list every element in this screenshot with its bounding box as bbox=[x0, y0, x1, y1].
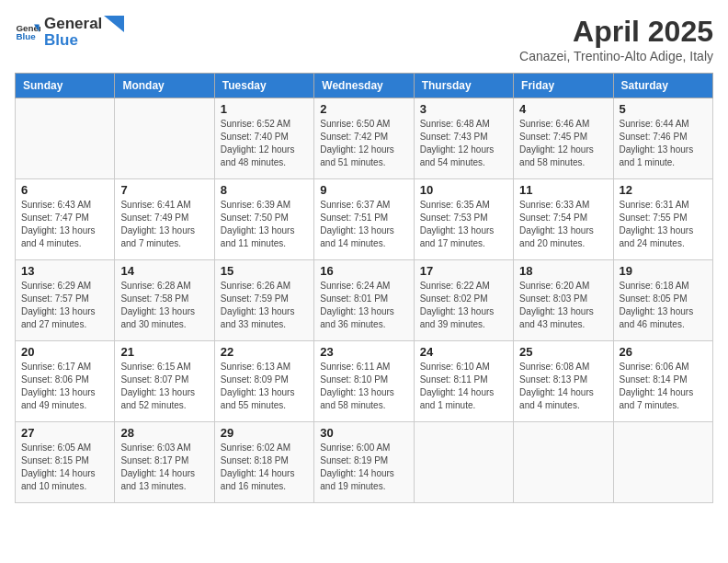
calendar-cell: 9Sunrise: 6:37 AM Sunset: 7:51 PM Daylig… bbox=[314, 179, 414, 260]
logo-triangle-icon bbox=[104, 16, 124, 32]
day-info: Sunrise: 6:29 AM Sunset: 7:57 PM Dayligh… bbox=[21, 280, 108, 331]
calendar-cell: 13Sunrise: 6:29 AM Sunset: 7:57 PM Dayli… bbox=[16, 260, 115, 341]
calendar-table: SundayMondayTuesdayWednesdayThursdayFrid… bbox=[15, 73, 713, 503]
day-number: 7 bbox=[120, 183, 208, 197]
day-info: Sunrise: 6:00 AM Sunset: 8:19 PM Dayligh… bbox=[320, 442, 407, 493]
day-info: Sunrise: 6:33 AM Sunset: 7:54 PM Dayligh… bbox=[519, 199, 607, 250]
calendar-cell bbox=[613, 422, 712, 503]
day-number: 23 bbox=[320, 345, 407, 359]
calendar-cell: 5Sunrise: 6:44 AM Sunset: 7:46 PM Daylig… bbox=[613, 98, 712, 179]
calendar-week-row: 20Sunrise: 6:17 AM Sunset: 8:06 PM Dayli… bbox=[16, 341, 713, 422]
day-number: 20 bbox=[21, 345, 108, 359]
day-number: 14 bbox=[120, 264, 208, 278]
day-info: Sunrise: 6:11 AM Sunset: 8:10 PM Dayligh… bbox=[320, 361, 407, 412]
calendar-cell: 11Sunrise: 6:33 AM Sunset: 7:54 PM Dayli… bbox=[514, 179, 613, 260]
calendar-week-row: 27Sunrise: 6:05 AM Sunset: 8:15 PM Dayli… bbox=[16, 422, 713, 503]
calendar-cell: 2Sunrise: 6:50 AM Sunset: 7:42 PM Daylig… bbox=[314, 98, 414, 179]
day-info: Sunrise: 6:06 AM Sunset: 8:14 PM Dayligh… bbox=[620, 361, 707, 412]
calendar-day-header: Tuesday bbox=[214, 74, 313, 98]
day-info: Sunrise: 6:22 AM Sunset: 8:02 PM Dayligh… bbox=[420, 280, 507, 331]
day-info: Sunrise: 6:39 AM Sunset: 7:50 PM Dayligh… bbox=[221, 199, 308, 250]
day-info: Sunrise: 6:43 AM Sunset: 7:47 PM Dayligh… bbox=[21, 199, 108, 250]
day-info: Sunrise: 6:13 AM Sunset: 8:09 PM Dayligh… bbox=[221, 361, 308, 412]
calendar-cell: 4Sunrise: 6:46 AM Sunset: 7:45 PM Daylig… bbox=[514, 98, 613, 179]
logo-blue: Blue bbox=[44, 31, 124, 50]
calendar-cell bbox=[414, 422, 513, 503]
calendar-day-header: Friday bbox=[514, 74, 613, 98]
day-number: 28 bbox=[120, 426, 208, 440]
day-info: Sunrise: 6:24 AM Sunset: 8:01 PM Dayligh… bbox=[320, 280, 407, 331]
calendar-day-header: Saturday bbox=[613, 74, 712, 98]
calendar-cell bbox=[115, 98, 214, 179]
day-info: Sunrise: 6:35 AM Sunset: 7:53 PM Dayligh… bbox=[420, 199, 507, 250]
calendar-cell: 6Sunrise: 6:43 AM Sunset: 7:47 PM Daylig… bbox=[16, 179, 115, 260]
calendar-cell: 26Sunrise: 6:06 AM Sunset: 8:14 PM Dayli… bbox=[613, 341, 712, 422]
day-number: 5 bbox=[620, 102, 707, 116]
location-title: Canazei, Trentino-Alto Adige, Italy bbox=[519, 49, 713, 63]
day-number: 24 bbox=[420, 345, 507, 359]
logo-icon: General Blue bbox=[15, 19, 40, 45]
day-number: 2 bbox=[320, 102, 407, 116]
day-number: 30 bbox=[320, 426, 407, 440]
day-number: 16 bbox=[320, 264, 407, 278]
calendar-header-row: SundayMondayTuesdayWednesdayThursdayFrid… bbox=[16, 74, 713, 98]
day-number: 8 bbox=[221, 183, 308, 197]
calendar-cell: 1Sunrise: 6:52 AM Sunset: 7:40 PM Daylig… bbox=[214, 98, 313, 179]
calendar-cell: 25Sunrise: 6:08 AM Sunset: 8:13 PM Dayli… bbox=[514, 341, 613, 422]
day-info: Sunrise: 6:28 AM Sunset: 7:58 PM Dayligh… bbox=[120, 280, 208, 331]
day-number: 22 bbox=[221, 345, 308, 359]
day-number: 29 bbox=[221, 426, 308, 440]
page-header: General Blue General Blue April 2025 Can… bbox=[15, 15, 713, 63]
day-info: Sunrise: 6:26 AM Sunset: 7:59 PM Dayligh… bbox=[221, 280, 308, 331]
month-title: April 2025 bbox=[519, 15, 713, 49]
day-number: 27 bbox=[21, 426, 108, 440]
calendar-cell: 21Sunrise: 6:15 AM Sunset: 8:07 PM Dayli… bbox=[115, 341, 214, 422]
day-number: 3 bbox=[420, 102, 507, 116]
day-info: Sunrise: 6:18 AM Sunset: 8:05 PM Dayligh… bbox=[620, 280, 707, 331]
day-info: Sunrise: 6:31 AM Sunset: 7:55 PM Dayligh… bbox=[620, 199, 707, 250]
day-number: 21 bbox=[120, 345, 208, 359]
day-number: 4 bbox=[519, 102, 607, 116]
calendar-cell: 8Sunrise: 6:39 AM Sunset: 7:50 PM Daylig… bbox=[214, 179, 313, 260]
day-info: Sunrise: 6:08 AM Sunset: 8:13 PM Dayligh… bbox=[519, 361, 607, 412]
day-number: 26 bbox=[620, 345, 707, 359]
calendar-cell: 16Sunrise: 6:24 AM Sunset: 8:01 PM Dayli… bbox=[314, 260, 414, 341]
day-info: Sunrise: 6:46 AM Sunset: 7:45 PM Dayligh… bbox=[519, 118, 607, 169]
calendar-cell: 15Sunrise: 6:26 AM Sunset: 7:59 PM Dayli… bbox=[214, 260, 313, 341]
day-info: Sunrise: 6:20 AM Sunset: 8:03 PM Dayligh… bbox=[519, 280, 607, 331]
day-info: Sunrise: 6:44 AM Sunset: 7:46 PM Dayligh… bbox=[620, 118, 707, 169]
calendar-cell: 29Sunrise: 6:02 AM Sunset: 8:18 PM Dayli… bbox=[214, 422, 313, 503]
calendar-week-row: 1Sunrise: 6:52 AM Sunset: 7:40 PM Daylig… bbox=[16, 98, 713, 179]
day-number: 18 bbox=[519, 264, 607, 278]
calendar-cell: 14Sunrise: 6:28 AM Sunset: 7:58 PM Dayli… bbox=[115, 260, 214, 341]
day-info: Sunrise: 6:37 AM Sunset: 7:51 PM Dayligh… bbox=[320, 199, 407, 250]
calendar-cell bbox=[514, 422, 613, 503]
calendar-cell: 19Sunrise: 6:18 AM Sunset: 8:05 PM Dayli… bbox=[613, 260, 712, 341]
day-info: Sunrise: 6:50 AM Sunset: 7:42 PM Dayligh… bbox=[320, 118, 407, 169]
day-number: 11 bbox=[519, 183, 607, 197]
calendar-cell: 18Sunrise: 6:20 AM Sunset: 8:03 PM Dayli… bbox=[514, 260, 613, 341]
calendar-day-header: Monday bbox=[115, 74, 214, 98]
calendar-cell: 28Sunrise: 6:03 AM Sunset: 8:17 PM Dayli… bbox=[115, 422, 214, 503]
day-info: Sunrise: 6:03 AM Sunset: 8:17 PM Dayligh… bbox=[120, 442, 208, 493]
calendar-cell: 22Sunrise: 6:13 AM Sunset: 8:09 PM Dayli… bbox=[214, 341, 313, 422]
calendar-week-row: 13Sunrise: 6:29 AM Sunset: 7:57 PM Dayli… bbox=[16, 260, 713, 341]
day-info: Sunrise: 6:52 AM Sunset: 7:40 PM Dayligh… bbox=[221, 118, 308, 169]
day-info: Sunrise: 6:17 AM Sunset: 8:06 PM Dayligh… bbox=[21, 361, 108, 412]
calendar-week-row: 6Sunrise: 6:43 AM Sunset: 7:47 PM Daylig… bbox=[16, 179, 713, 260]
calendar-cell: 30Sunrise: 6:00 AM Sunset: 8:19 PM Dayli… bbox=[314, 422, 414, 503]
svg-text:Blue: Blue bbox=[16, 31, 36, 41]
calendar-cell: 23Sunrise: 6:11 AM Sunset: 8:10 PM Dayli… bbox=[314, 341, 414, 422]
svg-marker-3 bbox=[104, 16, 124, 32]
calendar-cell: 12Sunrise: 6:31 AM Sunset: 7:55 PM Dayli… bbox=[613, 179, 712, 260]
title-block: April 2025 Canazei, Trentino-Alto Adige,… bbox=[519, 15, 713, 63]
day-number: 9 bbox=[320, 183, 407, 197]
day-info: Sunrise: 6:15 AM Sunset: 8:07 PM Dayligh… bbox=[120, 361, 208, 412]
logo-general: General bbox=[44, 15, 102, 33]
calendar-cell: 7Sunrise: 6:41 AM Sunset: 7:49 PM Daylig… bbox=[115, 179, 214, 260]
calendar-cell: 24Sunrise: 6:10 AM Sunset: 8:11 PM Dayli… bbox=[414, 341, 513, 422]
day-number: 25 bbox=[519, 345, 607, 359]
day-number: 13 bbox=[21, 264, 108, 278]
day-number: 12 bbox=[620, 183, 707, 197]
calendar-cell: 27Sunrise: 6:05 AM Sunset: 8:15 PM Dayli… bbox=[16, 422, 115, 503]
